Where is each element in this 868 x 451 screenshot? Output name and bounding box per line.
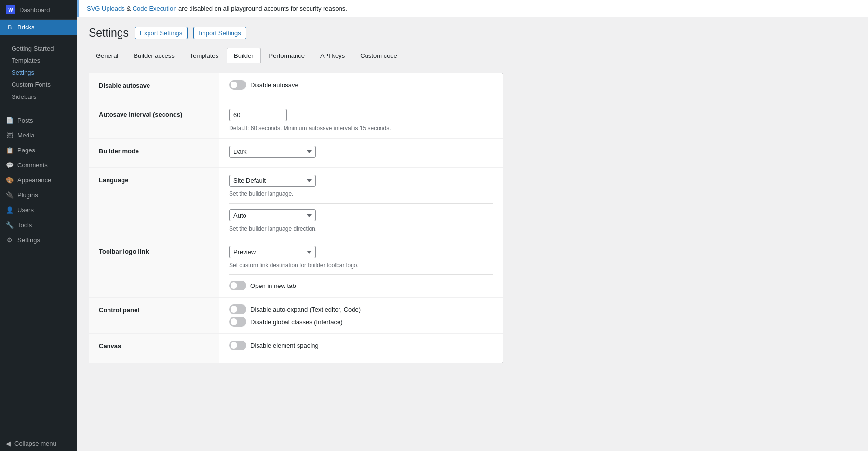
settings-label: Settings: [12, 69, 34, 76]
export-settings-button[interactable]: Export Settings: [135, 27, 188, 39]
sidebar-item-media[interactable]: 🖼 Media: [0, 128, 77, 143]
collapse-menu-button[interactable]: ◀ Collapse menu: [0, 436, 77, 451]
sidebar-item-comments[interactable]: 💬 Comments: [0, 158, 77, 173]
tab-builder-access[interactable]: Builder access: [126, 48, 182, 63]
sidebar-logo[interactable]: W Dashboard: [0, 0, 77, 20]
builder-mode-select[interactable]: Dark Light Auto: [229, 146, 316, 158]
toggle-disable-global-classes[interactable]: [229, 317, 246, 327]
toggle-new-tab-label: Open in new tab: [250, 282, 296, 289]
page-header: Settings Export Settings Import Settings: [89, 27, 856, 40]
toggle-row-element-spacing: Disable element spacing: [229, 341, 493, 350]
row-toolbar-logo-link: Toolbar logo link Preview Dashboard Cust…: [89, 239, 503, 298]
toggle-disable-auto-expand[interactable]: [229, 304, 246, 314]
tab-performance[interactable]: Performance: [262, 48, 312, 63]
sidebar-item-users[interactable]: 👤 Users: [0, 203, 77, 218]
sidebar-item-custom-fonts[interactable]: Custom Fonts: [0, 79, 77, 91]
svg-uploads-link[interactable]: SVG Uploads: [87, 5, 125, 12]
settings-wp-icon: ⚙: [6, 236, 14, 244]
sidebar-item-sidebars[interactable]: Sidebars: [0, 91, 77, 103]
appearance-icon: 🎨: [6, 177, 14, 184]
bricks-sub-menu: Getting Started Templates Settings Custo…: [0, 35, 77, 105]
row-canvas: Canvas Disable element spacing: [89, 334, 503, 363]
control-disable-autosave: Disable autosave: [219, 73, 503, 102]
toolbar-divider: [229, 274, 493, 275]
pages-nav-label: Pages: [17, 147, 35, 154]
sidebar-bricks-label: Bricks: [17, 24, 34, 31]
settings-tabs: General Builder access Templates Builder…: [89, 47, 856, 63]
import-settings-button[interactable]: Import Settings: [193, 27, 246, 39]
templates-label: Templates: [12, 57, 40, 64]
label-autosave-interval: Autosave interval (seconds): [89, 102, 219, 138]
bricks-icon: B: [6, 24, 14, 31]
tab-api-keys[interactable]: API keys: [313, 48, 352, 63]
toggle-disable-element-spacing[interactable]: [229, 341, 246, 350]
comments-nav-label: Comments: [17, 162, 48, 169]
posts-icon: 📄: [6, 117, 14, 124]
notice-text: are disabled on all playground accounts …: [178, 5, 347, 12]
sidebar-item-getting-started[interactable]: Getting Started: [0, 42, 77, 55]
control-builder-mode: Dark Light Auto: [219, 139, 503, 167]
toggle-open-new-tab[interactable]: [229, 281, 246, 290]
language-select[interactable]: Site Default English German French: [229, 175, 316, 187]
plugins-icon: 🔌: [6, 191, 14, 199]
toggle-disable-autosave[interactable]: [229, 80, 246, 90]
toolbar-logo-select[interactable]: Preview Dashboard Custom URL: [229, 246, 316, 258]
control-canvas: Disable element spacing: [219, 334, 503, 363]
sidebar-logo-label: Dashboard: [19, 6, 50, 14]
tab-templates[interactable]: Templates: [183, 48, 226, 63]
toggle-autosave-label: Disable autosave: [250, 82, 298, 89]
control-control-panel: Disable auto-expand (Text editor, Code) …: [219, 298, 503, 333]
control-autosave-interval: Default: 60 seconds. Minimum autosave in…: [219, 102, 503, 138]
sidebar-item-templates[interactable]: Templates: [0, 55, 77, 67]
page-title: Settings: [89, 27, 129, 40]
sidebar-item-pages[interactable]: 📋 Pages: [0, 143, 77, 158]
label-language: Language: [89, 168, 219, 239]
control-toolbar-logo-link: Preview Dashboard Custom URL Set custom …: [219, 239, 503, 297]
language-direction-hint: Set the builder language direction.: [229, 225, 493, 232]
sidebar-item-settings-wp[interactable]: ⚙ Settings: [0, 232, 77, 247]
tab-general[interactable]: General: [89, 48, 125, 63]
tab-custom-code[interactable]: Custom code: [353, 48, 405, 63]
sidebar-item-bricks[interactable]: B Bricks: [0, 20, 77, 35]
code-execution-link[interactable]: Code Execution: [133, 5, 177, 12]
toggle-row-global-classes: Disable global classes (Interface): [229, 317, 493, 327]
main-content: SVG Uploads & Code Execution are disable…: [77, 0, 868, 451]
autosave-interval-input[interactable]: [229, 109, 287, 121]
media-nav-label: Media: [17, 132, 34, 139]
settings-wp-nav-label: Settings: [17, 236, 40, 244]
row-control-panel: Control panel Disable auto-expand (Text …: [89, 298, 503, 334]
comments-icon: 💬: [6, 162, 14, 169]
sidebar-divider-1: [0, 109, 77, 109]
users-icon: 👤: [6, 206, 14, 214]
toggle-element-spacing-label: Disable element spacing: [250, 342, 319, 349]
toggle-row-auto-expand: Disable auto-expand (Text editor, Code): [229, 304, 493, 314]
wordpress-logo-icon: W: [6, 5, 15, 14]
toggle-global-classes-label: Disable global classes (Interface): [250, 318, 342, 326]
label-builder-mode: Builder mode: [89, 139, 219, 167]
row-autosave-interval: Autosave interval (seconds) Default: 60 …: [89, 102, 503, 139]
sidebar-item-appearance[interactable]: 🎨 Appearance: [0, 173, 77, 188]
custom-fonts-label: Custom Fonts: [12, 81, 51, 88]
language-hint: Set the builder language.: [229, 191, 493, 197]
tools-nav-label: Tools: [17, 221, 32, 229]
collapse-label: Collapse menu: [14, 440, 56, 447]
label-disable-autosave: Disable autosave: [89, 73, 219, 102]
language-direction-select[interactable]: Auto LTR RTL: [229, 209, 316, 221]
row-disable-autosave: Disable autosave Disable autosave: [89, 73, 503, 102]
toggle-row-new-tab: Open in new tab: [229, 281, 493, 290]
sidebar-item-posts[interactable]: 📄 Posts: [0, 113, 77, 128]
sidebar-item-tools[interactable]: 🔧 Tools: [0, 218, 77, 232]
sidebar-item-settings[interactable]: Settings: [0, 67, 77, 79]
label-control-panel: Control panel: [89, 298, 219, 333]
sidebar-item-plugins[interactable]: 🔌 Plugins: [0, 188, 77, 203]
tab-builder[interactable]: Builder: [227, 48, 260, 63]
users-nav-label: Users: [17, 206, 34, 214]
toggle-auto-expand-label: Disable auto-expand (Text editor, Code): [250, 306, 361, 313]
label-canvas: Canvas: [89, 334, 219, 363]
control-language: Site Default English German French Set t…: [219, 168, 503, 239]
language-divider: [229, 203, 493, 204]
media-icon: 🖼: [6, 132, 14, 139]
plugins-nav-label: Plugins: [17, 191, 38, 199]
pages-icon: 📋: [6, 147, 14, 154]
toolbar-logo-hint: Set custom link destination for builder …: [229, 262, 493, 269]
